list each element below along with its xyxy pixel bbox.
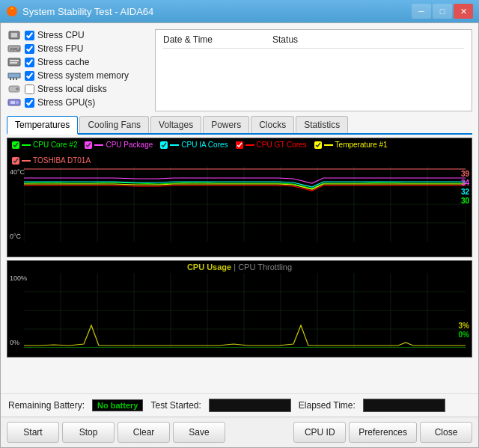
temp-chart-svg <box>24 167 466 242</box>
temp-val-2: 34 <box>461 179 469 187</box>
cpu-y-max: 100% <box>10 274 27 282</box>
disk-icon <box>7 83 22 95</box>
legend-temp1: Temperature #1 <box>314 141 388 149</box>
stress-disk-checkbox[interactable] <box>25 85 34 94</box>
svg-rect-11 <box>16 78 17 80</box>
svg-point-16 <box>16 101 19 104</box>
svg-rect-9 <box>10 78 11 80</box>
cache-icon <box>7 56 22 68</box>
status-bar: Remaining Battery: No battery Test Start… <box>1 393 478 417</box>
legend-toshiba: TOSHIBA DT01A <box>12 156 91 165</box>
maximize-button[interactable]: □ <box>433 4 452 19</box>
elapsed-value <box>363 399 445 412</box>
legend-cpu-core2-label: CPU Core #2 <box>33 141 77 149</box>
tab-statistics[interactable]: Statistics <box>296 116 348 133</box>
temp-legend: CPU Core #2 CPU Package CPU IA Cores CPU… <box>7 138 472 167</box>
temp-y-max: 40°C <box>10 168 25 176</box>
cpu-val-1: 3% <box>459 322 469 330</box>
close-window-button[interactable]: ✕ <box>454 4 473 19</box>
fpu-icon: FPU <box>7 43 22 55</box>
legend-cpu-ia-checkbox[interactable] <box>160 141 168 149</box>
cpu-throttling-label: CPU Throttling <box>238 263 292 271</box>
test-started-label: Test Started: <box>150 400 201 411</box>
legend-cpu-ia-label: CPU IA Cores <box>181 141 228 149</box>
stress-cache-checkbox[interactable] <box>25 58 34 67</box>
stress-gpu-row: Stress GPU(s) <box>7 96 149 108</box>
temp-val-4: 30 <box>461 197 469 205</box>
stop-button[interactable]: Stop <box>62 422 115 443</box>
close-button[interactable]: Close <box>420 422 472 443</box>
cpu-right-values: 3% 0% <box>459 322 469 339</box>
status-header: Status <box>272 34 298 45</box>
stress-disks-row: Stress local disks <box>7 83 149 95</box>
left-buttons: Start Stop Clear Save <box>7 422 225 443</box>
svg-rect-10 <box>13 78 14 80</box>
legend-cpu-ia-cores: CPU IA Cores <box>160 141 228 149</box>
svg-rect-6 <box>10 60 19 61</box>
cpu-chart-panel: CPU Usage | CPU Throttling 100% 0% 3% 0% <box>7 260 472 358</box>
legend-toshiba-label: TOSHIBA DT01A <box>33 156 91 165</box>
stress-options-panel: Stress CPU FPU Stress FPU Stress cache <box>7 29 149 111</box>
window-title: System Stability Test - AIDA64 <box>22 6 153 17</box>
tab-cooling-fans[interactable]: Cooling Fans <box>79 116 149 133</box>
date-status-panel: Date & Time Status <box>155 29 472 111</box>
svg-rect-8 <box>8 73 20 78</box>
legend-toshiba-checkbox[interactable] <box>12 157 19 165</box>
test-started-value <box>209 399 291 412</box>
title-bar: System Stability Test - AIDA64 ─ □ ✕ <box>0 0 479 22</box>
cpu-chart-container: 100% 0% 3% 0% <box>7 273 472 348</box>
stress-gpu-label: Stress GPU(s) <box>37 97 95 108</box>
legend-cpu-package-checkbox[interactable] <box>85 141 92 149</box>
date-status-header: Date & Time Status <box>163 34 464 49</box>
top-section: Stress CPU FPU Stress FPU Stress cache <box>1 23 478 114</box>
tab-voltages[interactable]: Voltages <box>150 116 201 133</box>
clear-button[interactable]: Clear <box>118 422 170 443</box>
cpu-chart-title: CPU Usage | CPU Throttling <box>7 261 472 273</box>
legend-cpu-package-label: CPU Package <box>106 141 153 149</box>
tab-powers[interactable]: Powers <box>203 116 249 133</box>
tab-clocks[interactable]: Clocks <box>251 116 294 133</box>
svg-text:FPU: FPU <box>10 47 19 52</box>
save-button[interactable]: Save <box>173 422 225 443</box>
start-button[interactable]: Start <box>7 422 59 443</box>
stress-memory-label: Stress system memory <box>37 70 129 81</box>
legend-temp1-checkbox[interactable] <box>314 141 322 149</box>
date-time-header: Date & Time <box>163 34 213 45</box>
tabs-container: Temperatures Cooling Fans Voltages Power… <box>1 116 478 135</box>
tab-temperatures[interactable]: Temperatures <box>7 116 78 135</box>
legend-cpu-core2-checkbox[interactable] <box>12 141 19 149</box>
preferences-button[interactable]: Preferences <box>349 422 417 443</box>
temp-chart-container: 40°C 0°C 39 34 32 30 <box>7 167 472 242</box>
legend-cpu-core2: CPU Core #2 <box>12 141 77 149</box>
legend-cpu-gt-cores: CPU GT Cores <box>236 141 307 149</box>
stress-gpu-checkbox[interactable] <box>25 98 34 108</box>
battery-value: No battery <box>92 399 143 411</box>
cpu-chart-svg <box>24 273 466 348</box>
stress-cache-row: Stress cache <box>7 56 149 68</box>
elapsed-label: Elapsed Time: <box>299 400 356 411</box>
cpu-y-min: 0% <box>10 339 19 346</box>
legend-cpu-gt-checkbox[interactable] <box>236 141 243 149</box>
stress-memory-checkbox[interactable] <box>25 71 34 81</box>
temp-right-values: 39 34 32 30 <box>461 170 469 205</box>
stress-fpu-label: Stress FPU <box>37 43 83 54</box>
stress-cache-label: Stress cache <box>37 57 89 67</box>
charts-area: CPU Core #2 CPU Package CPU IA Cores CPU… <box>1 135 478 393</box>
stress-fpu-row: FPU Stress FPU <box>7 43 149 55</box>
gpu-icon <box>7 96 22 108</box>
legend-cpu-gt-label: CPU GT Cores <box>257 141 307 149</box>
temp-val-3: 32 <box>461 188 469 196</box>
button-bar: Start Stop Clear Save CPU ID Preferences… <box>1 417 478 447</box>
legend-cpu-package: CPU Package <box>85 141 153 149</box>
stress-disk-label: Stress local disks <box>37 84 107 94</box>
temperature-chart-panel: CPU Core #2 CPU Package CPU IA Cores CPU… <box>7 138 472 257</box>
cpu-icon <box>7 29 22 41</box>
temp-val-1: 39 <box>461 170 469 178</box>
stress-fpu-checkbox[interactable] <box>25 44 34 54</box>
svg-rect-7 <box>10 62 17 64</box>
tab-bar: Temperatures Cooling Fans Voltages Power… <box>7 116 472 135</box>
stress-cpu-checkbox[interactable] <box>25 31 34 40</box>
legend-temp1-label: Temperature #1 <box>335 141 388 149</box>
cpuid-button[interactable]: CPU ID <box>293 422 346 443</box>
minimize-button[interactable]: ─ <box>412 4 431 19</box>
